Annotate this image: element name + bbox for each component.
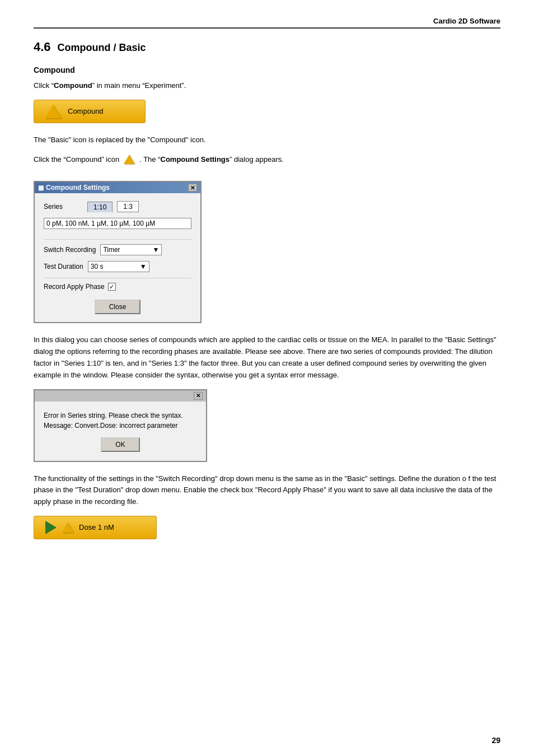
dialog-title-icon: ▦ [38, 184, 44, 192]
record-apply-phase-checkbox[interactable]: ✓ [108, 283, 116, 291]
error-btn-row: OK [44, 437, 197, 452]
dialog-close-button[interactable]: Close [95, 300, 141, 314]
test-duration-label: Test Duration [44, 263, 83, 270]
section-title: Compound / Basic [58, 42, 146, 54]
compound-triangle-icon [45, 105, 61, 118]
switch-recording-label: Switch Recording [44, 246, 96, 254]
dialog-divider-2 [44, 278, 191, 278]
header-bar: Cardio 2D Software [34, 17, 500, 29]
dose-triangle-icon [62, 522, 73, 533]
error-line1: Error in Series string. Please check the… [44, 412, 183, 419]
series-value-input[interactable] [44, 218, 191, 229]
record-apply-phase-label: Record Apply Phase [44, 283, 105, 291]
error-text: Error in Series string. Please check the… [44, 410, 197, 431]
switch-recording-dropdown-icon: ▼ [152, 246, 159, 254]
series-tab-1-3[interactable]: 1:3 [117, 201, 139, 212]
dialog-titlebar: ▦ Compound Settings ✕ [35, 182, 200, 193]
instruction1-prefix: Click “ [34, 81, 54, 90]
dose-button-label: Dose 1 nM [79, 523, 114, 531]
test-duration-dropdown-icon: ▼ [140, 263, 147, 270]
icon-replaced-text-content: The "Basic" icon is replaced by the "Com… [34, 136, 206, 144]
error-dialog: ✕ Error in Series string. Please check t… [34, 389, 207, 462]
test-duration-value: 30 s [91, 263, 104, 270]
switch-recording-row: Switch Recording Timer ▼ [44, 244, 191, 255]
icon-replaced-text: The "Basic" icon is replaced by the "Com… [34, 134, 500, 146]
dialog-close-x-btn[interactable]: ✕ [188, 184, 197, 192]
instruction-text-1: Click “Compound” in main menu “Experimen… [34, 80, 500, 92]
test-duration-row: Test Duration 30 s ▼ [44, 261, 191, 272]
error-ok-button[interactable]: OK [101, 437, 139, 452]
click-instruction-icon [124, 155, 135, 164]
error-dialog-titlebar: ✕ [35, 390, 206, 402]
instruction1-bold: Compound [54, 81, 92, 90]
subsection-label: Compound [34, 66, 500, 74]
test-duration-select[interactable]: 30 s ▼ [88, 261, 149, 272]
series-row: Series 1:10 1:3 [44, 201, 191, 212]
click-instruction-row: Click the “Compound” icon . The “Compoun… [34, 154, 500, 166]
click-instruction-prefix: Click the “Compound” icon [34, 154, 119, 166]
dialog-divider-1 [44, 239, 191, 240]
series-label: Series [44, 203, 83, 211]
dialog-container: ▦ Compound Settings ✕ Series 1:10 1:3 [34, 181, 202, 323]
functionality-text: The functionality of the settings in the… [34, 473, 500, 508]
record-apply-phase-row: Record Apply Phase ✓ [44, 283, 191, 291]
dialog-btn-row: Close [44, 300, 191, 314]
dialog-title-text: Compound Settings [46, 184, 110, 192]
page-number: 29 [491, 736, 500, 745]
click-instruction-suffix: . The “Compound Settings” dialog appears… [139, 154, 284, 166]
compound-settings-dialog: ▦ Compound Settings ✕ Series 1:10 1:3 [34, 181, 202, 323]
dialog-body: Series 1:10 1:3 Switch Recording Timer ▼ [35, 193, 200, 322]
dose-button-image: Dose 1 nM [34, 516, 157, 539]
header-title: Cardio 2D Software [433, 17, 500, 25]
error-dialog-body: Error in Series string. Please check the… [35, 402, 206, 461]
error-line2: Message: Convert.Dose: incorrect paramet… [44, 422, 177, 430]
compound-button-image: Compound [34, 100, 146, 123]
instruction1-suffix: ” in main menu “Experiment”. [92, 81, 186, 90]
play-triangle-icon [45, 521, 57, 534]
description-text: In this dialog you can choose series of … [34, 334, 500, 381]
switch-recording-select[interactable]: Timer ▼ [100, 244, 162, 255]
section-heading: 4.6 Compound / Basic [34, 40, 500, 54]
series-value-row [44, 218, 191, 235]
checkbox-checkmark: ✓ [109, 283, 114, 291]
series-tab-1-10[interactable]: 1:10 [87, 202, 113, 212]
section-number: 4.6 [34, 40, 51, 54]
compound-button-label: Compound [68, 107, 104, 115]
error-dialog-close-x[interactable]: ✕ [194, 392, 203, 400]
switch-recording-value: Timer [103, 246, 120, 254]
